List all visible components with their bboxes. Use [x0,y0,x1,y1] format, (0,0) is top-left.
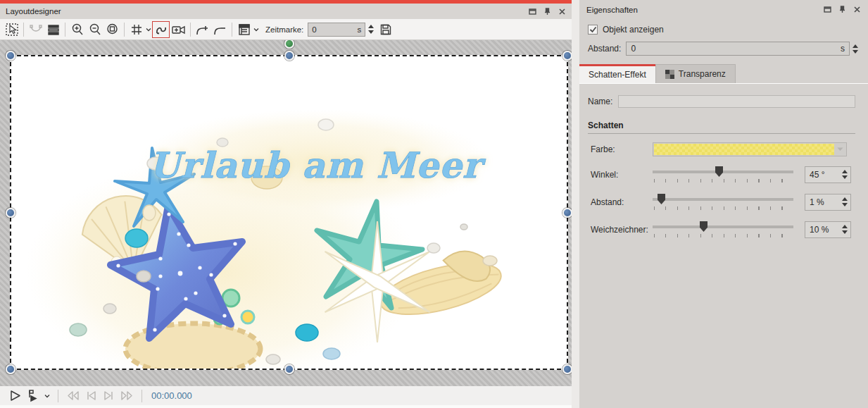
winkel-slider[interactable] [653,165,793,184]
tab-transparenz[interactable]: Transparenz [655,64,736,83]
abstand-stepper[interactable] [839,197,850,206]
abstand-zeit-label: Abstand: [588,44,621,54]
schatten-section-title: Schatten [588,120,855,134]
eigenschaften-title: Eigenschaften [586,6,638,14]
abstand-zeit-row: Abstand: 0 s [588,42,861,56]
selected-object-canvas[interactable]: Urlaub am Meer [10,55,568,370]
prev-frame-icon[interactable] [82,390,100,401]
weichzeichner-slider-thumb[interactable] [700,221,707,232]
handle-top-right[interactable] [562,51,572,61]
eigenschaften-header: Eigenschaften [579,0,868,19]
handle-mid-right[interactable] [562,208,572,218]
smooth-curve-icon[interactable] [27,21,44,38]
abstand-slider-thumb[interactable] [658,194,665,204]
weichzeichner-stepper[interactable] [839,225,850,234]
layers-icon[interactable] [44,21,62,38]
weichzeichner-slider[interactable] [653,220,793,239]
winkel-slider-thumb[interactable] [715,166,723,177]
pin-icon[interactable] [543,8,551,16]
skip-forward-icon[interactable] [118,390,137,401]
bottom-strip [0,405,572,408]
layoutdesigner-title: Layoutdesigner [6,7,61,16]
abstand-zeit-stepper[interactable] [850,44,861,54]
abstand-slider[interactable] [653,192,793,211]
eigenschaften-panel: Eigenschaften Objekt anzeigen Abstand: 0… [579,0,868,408]
close-icon[interactable] [853,6,861,13]
weichzeichner-label: Weichzeichner: [591,225,653,235]
abstand-row: Abstand: 1 % [591,192,858,211]
curve-tool-icon[interactable] [152,21,170,38]
zeitmarke-unit: s [358,25,362,34]
abstand-zeit-input[interactable]: 0 s [626,42,850,56]
layoutdesigner-header: Layoutdesigner [0,4,572,19]
transparency-icon [665,70,674,79]
layout-toolbar: Zeitmarke: 0 s [0,19,572,40]
next-frame-icon[interactable] [100,390,118,401]
timecode-display: 00:00.000 [151,390,192,401]
skip-back-icon[interactable] [63,390,82,401]
weichzeichner-valuebox[interactable]: 10 % [805,221,851,238]
keyframe-remove-icon[interactable] [211,21,229,38]
name-label: Name: [588,97,612,106]
table-icon[interactable] [235,21,253,38]
zeitmarke-stepper[interactable] [365,25,377,34]
play-options-dropdown-icon[interactable] [42,394,53,398]
zeitmarke-input[interactable]: 0 s [308,23,365,37]
handle-bottom-left[interactable] [6,364,15,374]
pin-icon[interactable] [838,6,846,13]
handle-top-left[interactable] [6,51,15,61]
grid-icon[interactable] [127,21,145,38]
canvas-workspace: Urlaub am Meer [0,40,572,386]
table-dropdown-icon[interactable] [253,27,260,32]
weichzeichner-value: 10 % [805,225,839,235]
farbe-row: Farbe: [591,142,858,156]
farbe-color-picker[interactable] [653,142,847,156]
objekt-anzeigen-row: Objekt anzeigen [588,25,861,35]
name-input[interactable] [618,95,855,108]
camera-icon[interactable] [170,21,187,38]
farbe-dropdown-icon [834,144,845,155]
zoom-out-icon[interactable] [86,21,103,38]
playback-bar: 00:00.000 [0,386,572,405]
tab-schatten-effekt-label: Schatten-Effekt [589,70,646,80]
zeitmarke-value: 0 [312,25,357,34]
abstand-valuebox[interactable]: 1 % [805,194,851,211]
weichzeichner-row: Weichzeichner: 10 % [591,220,858,239]
objekt-anzeigen-label: Objekt anzeigen [603,25,664,35]
winkel-row: Winkel: 45 ° [591,165,858,184]
select-tool-icon[interactable] [3,21,20,38]
zoom-in-icon[interactable] [68,21,86,38]
zoom-fit-icon[interactable] [103,21,121,38]
tab-transparenz-label: Transparenz [679,69,726,79]
keyframe-add-icon[interactable] [194,21,211,38]
abstand-zeit-value: 0 [631,44,841,54]
abstand-zeit-unit: s [841,44,845,54]
layoutdesigner-panel: Layoutdesigner Zeitmarke: 0 s [0,0,572,408]
artwork-title-text: Urlaub am Meer [149,144,486,186]
maximize-icon[interactable] [824,6,831,13]
handle-mid-left[interactable] [6,208,15,218]
panel-splitter[interactable] [572,0,579,408]
winkel-stepper[interactable] [839,170,850,179]
close-icon[interactable] [558,8,566,16]
farbe-label: Farbe: [591,144,653,154]
effect-tabbar: Schatten-Effekt Transparenz [579,64,868,84]
rotate-handle[interactable] [284,40,294,49]
handle-top-center[interactable] [284,51,294,61]
maximize-icon[interactable] [529,8,536,16]
winkel-valuebox[interactable]: 45 ° [805,166,851,183]
handle-bottom-right[interactable] [562,364,572,374]
grid-dropdown-icon[interactable] [145,27,152,32]
winkel-value: 45 ° [805,170,839,180]
objekt-anzeigen-checkbox[interactable] [588,25,598,35]
save-icon[interactable] [377,21,394,38]
play-icon[interactable] [6,389,25,402]
play-from-marker-icon[interactable] [25,389,42,402]
abstand-value: 1 % [805,197,839,207]
winkel-label: Winkel: [591,170,653,180]
handle-bottom-center[interactable] [284,364,294,374]
tab-schatten-effekt[interactable]: Schatten-Effekt [579,64,655,83]
farbe-swatch [654,144,834,155]
name-row: Name: [588,95,855,108]
zeitmarke-label: Zeitmarke: [265,25,303,34]
